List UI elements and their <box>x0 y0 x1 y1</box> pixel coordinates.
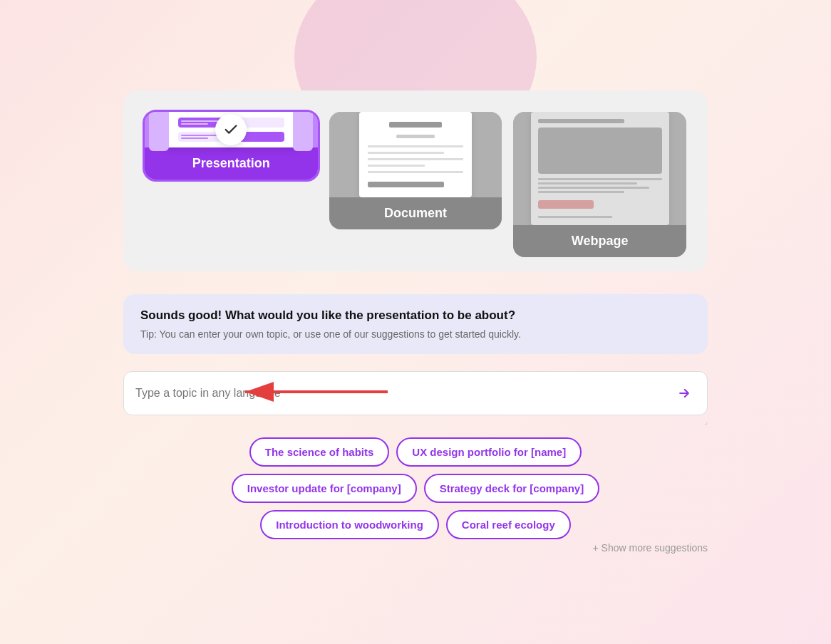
pres-inner <box>162 112 300 147</box>
pres-right-panel <box>293 112 313 151</box>
pres-left-panel <box>149 112 169 151</box>
doc-body-2 <box>368 152 444 154</box>
show-more-suggestions[interactable]: + Show more suggestions <box>123 542 708 554</box>
type-option-document[interactable]: Document <box>329 112 502 229</box>
document-preview <box>329 112 502 197</box>
web-sub-line <box>538 216 612 218</box>
type-option-presentation[interactable]: Presentation <box>145 112 318 180</box>
web-page <box>531 112 669 225</box>
pres-dark-line-2 <box>181 137 208 139</box>
doc-divider <box>368 182 444 187</box>
doc-body-5 <box>368 171 463 173</box>
check-circle <box>215 114 247 145</box>
webpage-label: Webpage <box>513 225 686 257</box>
web-header-bar <box>538 119 625 123</box>
suggestion-chip-investor[interactable]: Investor update for [company] <box>232 474 417 503</box>
web-button-placeholder <box>538 200 594 209</box>
suggestion-chip-ux[interactable]: UX design portfolio for [name] <box>396 437 582 467</box>
doc-page <box>359 112 472 197</box>
presentation-label: Presentation <box>145 147 318 180</box>
doc-body-1 <box>368 145 463 147</box>
input-area: ⌟ <box>123 371 708 426</box>
doc-body-4 <box>368 165 425 167</box>
suggestion-row-2: Investor update for [company] Strategy d… <box>232 474 599 503</box>
web-line-3 <box>538 187 650 189</box>
web-line-4 <box>538 191 625 193</box>
web-line-1 <box>538 178 662 180</box>
suggestion-chip-habits[interactable]: The science of habits <box>249 437 390 467</box>
type-option-webpage[interactable]: Webpage <box>513 112 686 257</box>
suggestion-chip-strategy[interactable]: Strategy deck for [company] <box>424 474 600 503</box>
type-selector-card: Presentation Document <box>123 90 708 271</box>
resize-handle: ⌟ <box>704 417 708 425</box>
document-label: Document <box>329 197 502 229</box>
doc-title-line <box>389 122 442 128</box>
presentation-preview <box>145 112 318 147</box>
suggestion-chip-coral[interactable]: Coral reef ecology <box>446 510 571 539</box>
main-container: Presentation Document <box>43 90 788 554</box>
chat-tip: Tip: You can enter your own topic, or us… <box>140 328 691 340</box>
web-image-placeholder <box>538 128 662 174</box>
chat-bubble: Sounds good! What would you like the pre… <box>123 294 708 354</box>
webpage-preview <box>513 112 686 225</box>
suggestion-chip-woodworking[interactable]: Introduction to woodworking <box>260 510 439 539</box>
send-button[interactable] <box>673 382 696 405</box>
suggestions-container: The science of habits UX design portfoli… <box>232 437 599 539</box>
chat-question: Sounds good! What would you like the pre… <box>140 308 691 323</box>
web-body-lines <box>538 178 662 193</box>
pres-line-2 <box>181 123 208 125</box>
doc-body-3 <box>368 158 463 160</box>
suggestion-row-1: The science of habits UX design portfoli… <box>249 437 582 467</box>
suggestion-row-3: Introduction to woodworking Coral reef e… <box>260 510 571 539</box>
web-line-2 <box>538 182 637 185</box>
doc-sub-line <box>396 135 434 138</box>
topic-input[interactable] <box>135 387 673 400</box>
topic-input-wrapper <box>123 371 708 415</box>
